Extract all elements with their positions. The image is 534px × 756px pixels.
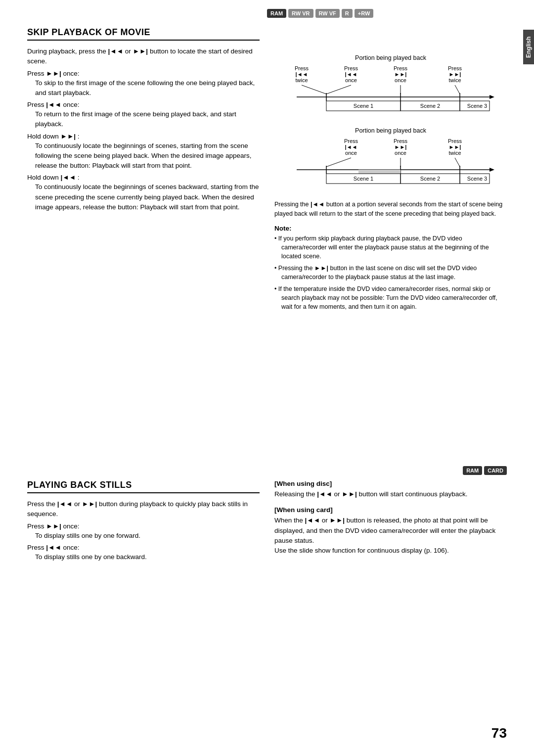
svg-marker-37 xyxy=(490,168,494,172)
svg-text:once: once xyxy=(345,77,357,83)
language-tab: English xyxy=(523,30,534,64)
stills-right: [When using disc] Releasing the |◄◄ or ►… xyxy=(274,480,507,564)
skip-section-title: SKIP PLAYBACK OF MOVIE xyxy=(27,27,260,41)
svg-text:Press: Press xyxy=(344,138,358,144)
stills-fwd-text: To display stills one by one forward. xyxy=(27,531,260,541)
stills-rew-label: Press |◄◄ once: xyxy=(27,544,260,551)
hold-fwd-text: To continuously locate the beginnings of… xyxy=(27,141,260,171)
press-rew-once-label: Press |◄◄ once: xyxy=(27,101,260,108)
svg-text:Press: Press xyxy=(394,65,408,71)
badge-rwvf: RW VF xyxy=(315,9,340,18)
stills-title: PLAYING BACK STILLS xyxy=(27,480,260,493)
hold-rew-label: Hold down |◄◄ : xyxy=(27,174,260,181)
svg-text:Scene 1: Scene 1 xyxy=(354,176,373,182)
when-disc-text: Releasing the |◄◄ or ►►| button will sta… xyxy=(274,489,507,499)
svg-text:Press: Press xyxy=(448,138,462,144)
badge-rwvr: RW VR xyxy=(288,9,313,18)
skip-section-right: Portion being played back Press |◄◄ twic… xyxy=(274,27,507,315)
diagram1-svg: Press |◄◄ twice Press |◄◄ once Press ►►|… xyxy=(274,63,507,118)
when-disc-title: [When using disc] xyxy=(274,480,507,487)
svg-line-17 xyxy=(302,85,326,94)
note-item-3: If the temperature inside the DVD video … xyxy=(274,284,507,311)
svg-line-43 xyxy=(455,158,460,167)
svg-rect-44 xyxy=(358,170,400,174)
note-item-1: If you perform skip playback during play… xyxy=(274,234,507,261)
svg-text:twice: twice xyxy=(448,150,461,156)
when-card-title: [When using card] xyxy=(274,506,507,514)
skip-section-left: SKIP PLAYBACK OF MOVIE During playback, … xyxy=(27,27,260,315)
svg-text:Scene 1: Scene 1 xyxy=(354,103,373,109)
svg-text:Scene 3: Scene 3 xyxy=(467,103,487,109)
skip-note-intro: Pressing the |◄◄ button at a portion sev… xyxy=(274,200,507,219)
top-badge-bar: RAM RW VR RW VF R +RW xyxy=(267,9,373,18)
badge-plusrw: +RW xyxy=(355,9,374,18)
diagram2-label: Portion being played back xyxy=(274,127,507,134)
diagram1-wrapper: Portion being played back Press |◄◄ twic… xyxy=(274,54,507,119)
press-fwd-once-text: To skip to the first image of the scene … xyxy=(27,78,260,98)
page-number: 73 xyxy=(491,725,507,741)
hold-rew-text: To continuously locate the beginnings of… xyxy=(27,182,260,212)
svg-marker-13 xyxy=(490,95,494,99)
svg-line-41 xyxy=(326,158,351,167)
diagram2-wrapper: Portion being played back Press |◄◄ once… xyxy=(274,127,507,192)
stills-fwd-label: Press ►►| once: xyxy=(27,522,260,530)
svg-text:►►|: ►►| xyxy=(395,71,407,77)
stills-section: PLAYING BACK STILLS Press the |◄◄ or ►►|… xyxy=(0,480,534,564)
diagram2-svg: Press |◄◄ once Press ►►| once Press ►►| … xyxy=(274,136,507,190)
svg-text:►►|: ►►| xyxy=(449,144,461,150)
svg-text:Scene 2: Scene 2 xyxy=(420,103,440,109)
svg-text:Scene 3: Scene 3 xyxy=(467,176,487,182)
note-item-2: Pressing the ►►| button in the last scen… xyxy=(274,264,507,282)
svg-text:|◄◄: |◄◄ xyxy=(345,71,357,77)
note-title: Note: xyxy=(274,225,507,232)
svg-text:►►|: ►►| xyxy=(395,144,407,150)
svg-line-18 xyxy=(326,85,351,94)
svg-text:once: once xyxy=(395,77,406,83)
svg-text:Scene 2: Scene 2 xyxy=(420,176,440,182)
badge-ram: RAM xyxy=(267,9,286,18)
press-fwd-once-label: Press ►►| once: xyxy=(27,70,260,77)
svg-text:twice: twice xyxy=(295,77,308,83)
svg-text:once: once xyxy=(345,150,357,156)
svg-text:|◄◄: |◄◄ xyxy=(345,144,357,150)
svg-text:twice: twice xyxy=(448,77,461,83)
badge-r: R xyxy=(342,9,353,18)
diagram1-label: Portion being played back xyxy=(274,54,507,61)
stills-rew-text: To display stills one by one backward. xyxy=(27,552,260,562)
press-rew-once-text: To return to the first image of the scen… xyxy=(27,109,260,130)
svg-text:►►|: ►►| xyxy=(449,71,461,77)
skip-intro: During playback, press the |◄◄ or ►►| bu… xyxy=(27,47,260,67)
notes-section: Note: If you perform skip playback durin… xyxy=(274,225,507,312)
badge-stills-ram: RAM xyxy=(463,466,482,475)
hold-fwd-label: Hold down ►►| : xyxy=(27,133,260,140)
when-card-text: When the |◄◄ or ►►| button is released, … xyxy=(274,516,507,556)
svg-text:Press: Press xyxy=(394,138,408,144)
svg-text:Press: Press xyxy=(448,65,462,71)
svg-text:once: once xyxy=(395,150,406,156)
svg-text:Press: Press xyxy=(344,65,358,71)
badge-stills-card: CARD xyxy=(484,466,507,475)
stills-intro: Press the |◄◄ or ►►| button during playb… xyxy=(27,499,260,520)
svg-text:Press: Press xyxy=(295,65,309,71)
stills-badge-bar: RAM CARD xyxy=(463,466,507,475)
stills-left: PLAYING BACK STILLS Press the |◄◄ or ►►|… xyxy=(27,480,260,564)
svg-text:|◄◄: |◄◄ xyxy=(296,71,308,77)
svg-line-20 xyxy=(455,85,460,94)
